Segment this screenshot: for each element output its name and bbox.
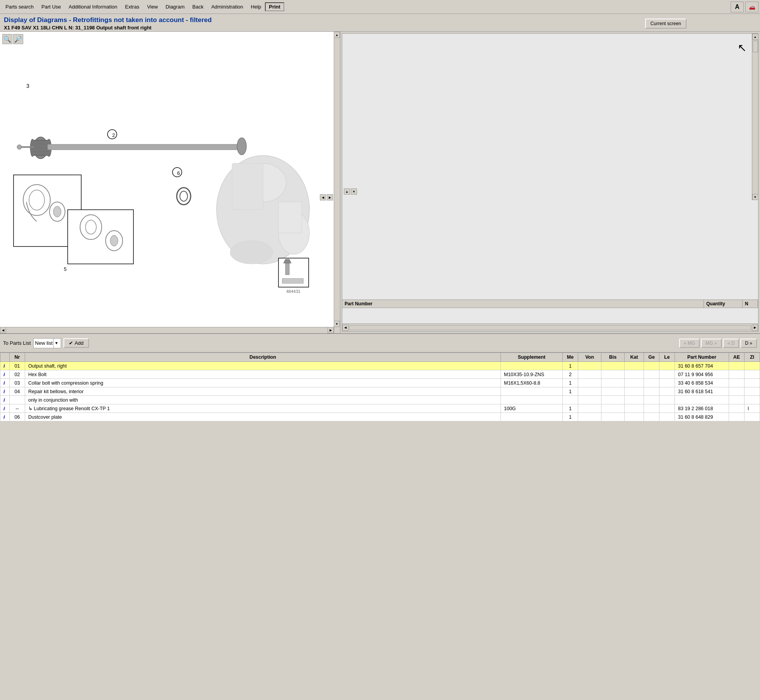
zoom-in-button[interactable]: 🔍: [2, 34, 12, 44]
menu-print[interactable]: Print: [265, 2, 284, 11]
svg-rect-12: [48, 144, 241, 150]
diag-arrow-right[interactable]: ▶: [327, 194, 333, 200]
diagram-nav-arrows: ◀ ▶: [320, 194, 333, 200]
right-vscrollbar[interactable]: ▲ ▼: [752, 34, 758, 200]
svg-text:484431: 484431: [286, 289, 301, 294]
right-arrow-up[interactable]: ▲: [344, 188, 350, 195]
right-hscroll-left[interactable]: ◀: [342, 325, 348, 331]
menu-help[interactable]: Help: [247, 2, 265, 11]
current-screen-button[interactable]: Current screen: [645, 19, 687, 29]
zoom-in-icon: 🔍: [3, 36, 11, 43]
diagram-image-area[interactable]: 3 2 6 4 5 2: [0, 47, 333, 333]
info-icon: i: [3, 414, 5, 420]
menu-part-use[interactable]: Part Use: [38, 2, 65, 11]
table-row[interactable]: i06Dustcover plate131 60 8 648 829: [0, 413, 760, 421]
th-ae: AE: [729, 353, 745, 362]
th-me: Me: [563, 353, 578, 362]
col-quantity-header: Quantity: [704, 300, 743, 308]
svg-text:5: 5: [64, 266, 67, 272]
scroll-down-arrow[interactable]: ▼: [334, 321, 340, 327]
scroll-up-arrow[interactable]: ▲: [334, 32, 340, 38]
right-sb-up[interactable]: ▲: [752, 34, 758, 40]
menu-parts-search[interactable]: Parts search: [2, 2, 38, 11]
right-hscrollbar[interactable]: ◀ ▶: [342, 323, 758, 331]
zoom-out-button[interactable]: 🔎: [13, 34, 23, 44]
subtitle-bold: 31_1198 Output shaft front right: [75, 25, 151, 31]
right-panel-table-header: Part Number Quantity N: [342, 300, 758, 308]
parts-table: Nr Description Supplement Me Von Bis Kat…: [0, 353, 760, 421]
th-kat: Kat: [625, 353, 644, 362]
th-supplement: Supplement: [501, 353, 563, 362]
right-sb-thumb[interactable]: [753, 41, 758, 52]
col-n-header: N: [743, 300, 758, 308]
th-zi: ZI: [745, 353, 760, 362]
info-icon: i: [3, 363, 5, 369]
info-icon: i: [3, 371, 5, 377]
right-panel-nav: ▲ ▼: [344, 188, 357, 195]
menu-additional-info[interactable]: Additional Information: [65, 2, 121, 11]
diagram-vscrollbar[interactable]: [334, 32, 340, 333]
right-arrow-down[interactable]: ▼: [351, 188, 357, 195]
svg-point-13: [237, 138, 246, 155]
navigation-buttons: « MG MG » « D D »: [679, 339, 757, 348]
th-description: Description: [25, 353, 501, 362]
col-part-number-header: Part Number: [342, 300, 704, 308]
dropdown-arrow-icon[interactable]: ▼: [53, 339, 59, 348]
table-row[interactable]: ionly in conjunction with: [0, 396, 760, 404]
zoom-controls: 🔍 🔎: [2, 34, 23, 44]
th-von: Von: [578, 353, 601, 362]
main-area: 🔍 🔎 3 2 6: [0, 31, 760, 333]
subtitle-prefix: X1 F49 SAV X1 18Li CHN L N:: [4, 25, 74, 31]
add-button[interactable]: ✔ Add: [63, 338, 89, 348]
svg-text:6: 6: [177, 170, 180, 176]
svg-point-11: [17, 145, 22, 149]
th-nr: Nr: [10, 353, 25, 362]
cursor-indicator: ↖: [738, 41, 746, 54]
svg-point-23: [110, 235, 118, 246]
menu-diagram[interactable]: Diagram: [162, 2, 188, 11]
prev-mg-button[interactable]: « MG: [679, 339, 700, 348]
svg-point-31: [230, 241, 273, 264]
svg-point-18: [53, 206, 61, 217]
info-icon: i: [3, 380, 5, 386]
add-label: Add: [75, 340, 84, 346]
right-sb-down[interactable]: ▼: [752, 194, 758, 200]
th-info: [0, 353, 10, 362]
menubar: Parts search Part Use Additional Informa…: [0, 0, 760, 14]
menu-administration[interactable]: Administration: [207, 2, 247, 11]
svg-text:2: 2: [112, 132, 115, 138]
info-icon: i: [3, 406, 5, 411]
svg-rect-33: [285, 263, 289, 275]
scroll-right-arrow[interactable]: ▶: [328, 327, 334, 333]
new-list-select[interactable]: New list ▼: [33, 338, 61, 348]
table-row[interactable]: i04Repair kit bellows, interior131 60 8 …: [0, 387, 760, 396]
diagram-hscrollbar[interactable]: [0, 327, 334, 333]
menu-back[interactable]: Back: [188, 2, 207, 11]
scroll-left-arrow[interactable]: ◀: [0, 327, 6, 333]
zoom-out-icon: 🔎: [14, 36, 22, 43]
font-icon: A: [735, 3, 740, 10]
svg-rect-28: [232, 163, 263, 210]
checkmark-icon: ✔: [69, 340, 73, 346]
menu-extras[interactable]: Extras: [121, 2, 143, 11]
table-row[interactable]: i--↳ Lubricating grease Renolit CX-TP 11…: [0, 404, 760, 413]
toolbar-btn-car[interactable]: 🚗: [745, 2, 758, 12]
right-hscroll-right[interactable]: ▶: [752, 325, 758, 331]
th-le: Le: [659, 353, 675, 362]
toolbar-btn-font[interactable]: A: [731, 2, 744, 12]
svg-rect-30: [278, 202, 302, 233]
diag-arrow-left[interactable]: ◀: [320, 194, 326, 200]
next-mg-button[interactable]: MG »: [701, 339, 721, 348]
diagram-panel: 🔍 🔎 3 2 6: [0, 32, 340, 333]
next-d-button[interactable]: D »: [740, 339, 757, 348]
menu-view[interactable]: View: [143, 2, 162, 11]
th-ge: Ge: [644, 353, 659, 362]
title-subtitle: X1 F49 SAV X1 18Li CHN L N: 31_1198 Outp…: [4, 25, 212, 31]
table-header-row: Nr Description Supplement Me Von Bis Kat…: [0, 353, 760, 362]
table-row[interactable]: i01Output shaft, right131 60 8 657 704: [0, 362, 760, 370]
table-row[interactable]: i02Hex BoltM10X35-10.9-ZNS207 11 9 904 9…: [0, 370, 760, 379]
prev-d-button[interactable]: « D: [723, 339, 740, 348]
table-row[interactable]: i03Collar bolt with compression springM1…: [0, 379, 760, 387]
right-hscroll-track[interactable]: [349, 325, 751, 330]
bottom-toolbar: To Parts List New list ▼ ✔ Add « MG MG »…: [0, 333, 760, 353]
